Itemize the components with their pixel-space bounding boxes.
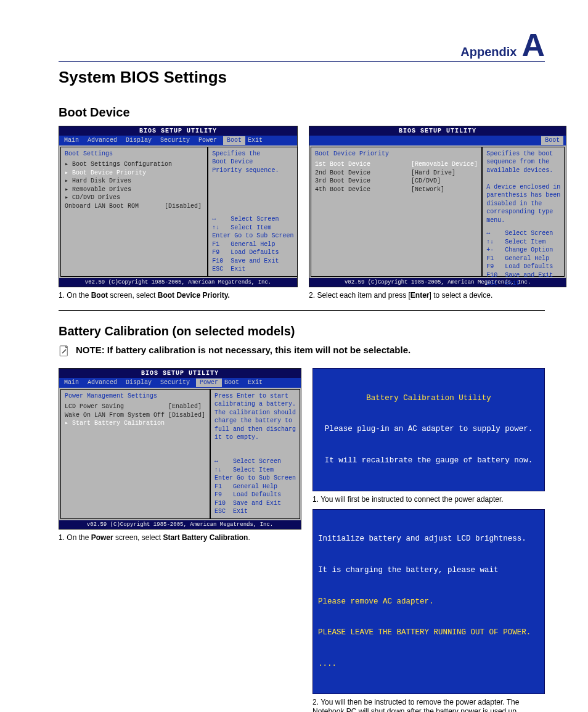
menu-security: Security: [158, 136, 196, 145]
util-title: Battery Calibration Utility: [318, 393, 539, 404]
boot-device-priority-item: ▸ Boot Device Priority: [65, 169, 203, 178]
caption-2: 2. Select each item and press [Enter] to…: [309, 291, 566, 300]
bios-menubar: Boot: [309, 136, 566, 145]
menu-boot: Boot: [222, 379, 245, 387]
caption-3: 1. On the Power screen, select Start Bat…: [59, 533, 301, 542]
u1l1: Please plug-in an AC adapter to supply p…: [318, 424, 539, 435]
u2l5: ....: [318, 659, 539, 669]
r: ▸ Hard Disk Drives: [65, 177, 203, 186]
menu-power: Power: [196, 379, 222, 387]
start-battery-calibration: ▸ Start Battery Calibration: [65, 419, 206, 428]
bsec: Power Management Settings: [65, 392, 206, 401]
step-2: 2. You will then be instructed to remove…: [312, 698, 545, 712]
bios-screenshot-boot-settings: BIOS SETUP UTILITY Main Advanced Display…: [59, 126, 298, 287]
bios-desc: Press Enter to start calibrating a batte…: [214, 392, 296, 442]
bios-menubar: Main Advanced Display Security Power Boo…: [59, 378, 301, 388]
r: ▸ CD/DVD Drives: [65, 194, 203, 202]
bios-screenshot-power: BIOS SETUP UTILITY Main Advanced Display…: [59, 368, 301, 530]
step-1: 1. You will first be instructed to conne…: [312, 495, 545, 504]
u2l2: It is charging the battery, please wait: [318, 565, 539, 576]
r: 2nd Boot Device [Hard Drive]: [315, 169, 478, 178]
bsec: Boot Settings: [65, 150, 203, 158]
u2l4: PLEASE LEAVE THE BATTERY RUNNING OUT OF …: [318, 628, 539, 638]
u1l2: It will recalibrate the gauge of battery…: [318, 456, 539, 466]
bios-title: BIOS SETUP UTILITY: [59, 369, 301, 379]
menu-main: Main: [62, 379, 85, 387]
menu-exit: Exit: [245, 136, 269, 145]
u2l3: Please remove AC adapter.: [318, 597, 539, 607]
menu-advanced: Advanced: [85, 379, 123, 387]
bios-footer: v02.59 (C)Copyright 1985-2005, American …: [309, 278, 566, 287]
note-icon: [59, 345, 70, 358]
bios-desc: Specifies the boot sequence from the ava…: [486, 150, 560, 225]
r: ▸ Boot Settings Configuration: [65, 160, 203, 169]
first-boot-device: 1st Boot Device [Removable Device]: [315, 160, 478, 169]
bios-title: BIOS SETUP UTILITY: [59, 126, 297, 136]
appendix-letter: A: [521, 31, 545, 60]
menu-boot: Boot: [223, 136, 245, 145]
bios-footer: v02.59 (C)Copyright 1985-2005, American …: [59, 520, 301, 529]
caption-1: 1. On the Boot screen, select Boot Devic…: [59, 291, 298, 300]
u2l1: Initialize battery and adjust LCD bright…: [318, 534, 539, 544]
bios-footer: v02.59 (C)Copyright 1985-2005, American …: [59, 278, 297, 287]
menu-exit: Exit: [245, 379, 269, 387]
bios-keyhelp: ↔ Select Screen ↑↓ Select Item Enter Go …: [214, 457, 296, 516]
r: 3rd Boot Device [CD/DVD]: [315, 177, 478, 186]
note-text: NOTE: If battery calibration is not nece…: [76, 345, 410, 355]
r: Wake On LAN From System Off [Disabled]: [65, 411, 206, 420]
menu-main: Main: [62, 136, 85, 145]
menu-advanced: Advanced: [85, 136, 123, 145]
page-title: System BIOS Settings: [59, 68, 545, 87]
menu-display: Display: [123, 136, 158, 145]
r: 4th Boot Device [Network]: [315, 186, 478, 194]
menu-display: Display: [123, 379, 158, 387]
r: Onboard LAN Boot ROM [Disabled]: [65, 202, 203, 211]
bios-title: BIOS SETUP UTILITY: [309, 126, 566, 136]
bios-menubar: Main Advanced Display Security Power Boo…: [59, 136, 297, 145]
divider: [59, 310, 545, 311]
menu-security: Security: [158, 379, 196, 387]
section-heading-boot: Boot Device: [59, 105, 545, 120]
bios-keyhelp: ↔ Select Screen ↑↓ Select Item Enter Go …: [212, 215, 293, 274]
utility-message-2: Initialize battery and adjust LCD bright…: [312, 509, 545, 695]
page-header: Appendix A: [59, 31, 545, 62]
section-heading-battery: Battery Calibration (on selected models): [59, 324, 545, 338]
bios-screenshot-boot-priority: BIOS SETUP UTILITY Boot Boot Device Prio…: [309, 126, 566, 287]
menu-boot: Boot: [541, 136, 563, 145]
appendix-label: Appendix: [460, 45, 517, 59]
bios-desc: Specifies the Boot Device Priority seque…: [212, 150, 293, 175]
bsec: Boot Device Priority: [315, 150, 478, 158]
r: LCD Power Saving [Enabled]: [65, 403, 206, 411]
r: ▸ Removable Drives: [65, 186, 203, 194]
utility-message-1: Battery Calibration Utility Please plug-…: [312, 368, 545, 491]
menu-power: Power: [196, 136, 223, 145]
